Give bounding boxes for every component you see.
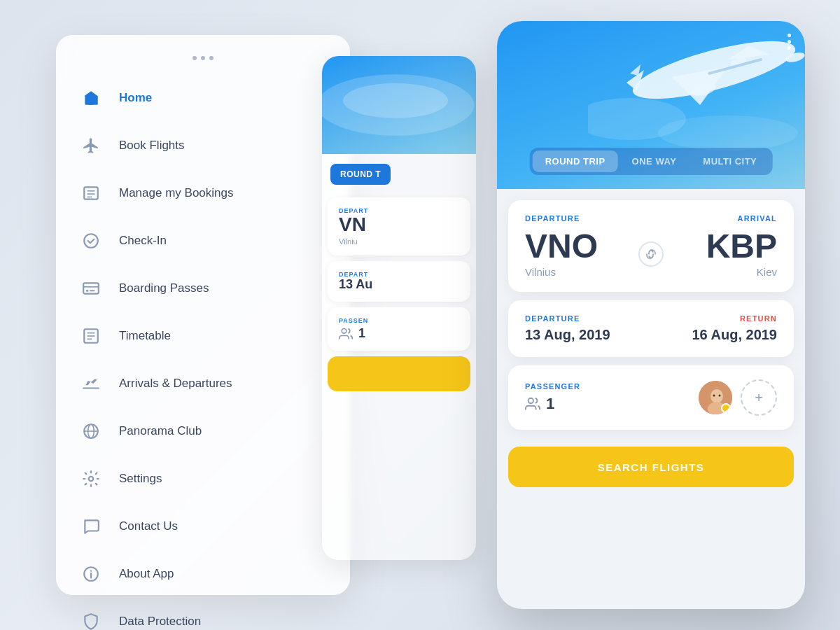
dot-2 [201,56,205,60]
swap-airports-button[interactable] [638,241,664,267]
sidebar-item-home[interactable]: Home [56,74,350,122]
svg-point-6 [86,290,88,292]
departure-city: Vilnius [525,266,638,278]
sidebar-item-label: About App [119,567,174,581]
passenger-label: PASSENGER [525,382,580,391]
sidebar-item-about-app[interactable]: About App [56,550,350,598]
tab-one-way[interactable]: ONE WAY [620,150,690,172]
avatar [697,379,734,416]
passengers-icon [525,396,540,412]
sidebar-item-manage-bookings[interactable]: Manage my Bookings [56,169,350,217]
home-icon [77,84,105,112]
dot-1 [192,56,197,60]
sidebar-item-timetable[interactable]: Timetable [56,312,350,360]
date-card: DEPARTURE 13 Aug, 2019 RETURN 16 Aug, 20… [508,300,794,357]
mid-tab-bar: ROUND T [322,154,476,192]
mid-search-button[interactable] [328,356,470,391]
ticket-icon [77,274,105,302]
left-menu-panel: Home Book Flights Manage my Bookings Che… [56,35,350,595]
list-icon [77,179,105,207]
trip-type-tabs: ROUND TRIP ONE WAY MULTI CITY [530,148,773,175]
tab-round-trip[interactable]: ROUND TRIP [533,150,618,172]
globe-icon [77,417,105,445]
passenger-card: PASSENGER 1 [508,365,794,430]
timetable-icon [77,322,105,350]
info-icon [77,560,105,588]
sidebar-item-label: Data Protection [119,615,201,629]
add-icon: + [755,390,763,406]
svg-point-18 [90,570,92,572]
sidebar-item-label: Check-In [119,234,167,248]
departure-date-label: DEPARTURE [525,314,610,323]
arrivals-icon [77,370,105,398]
sidebar-item-panorama-club[interactable]: Panorama Club [56,407,350,455]
mid-date-card: DEPART 13 Au [328,261,470,302]
svg-point-37 [713,395,715,397]
sidebar-item-label: Arrivals & Departures [119,377,232,391]
mid-passenger-card: PASSEN 1 [328,307,470,351]
sidebar-item-settings[interactable]: Settings [56,455,350,503]
sidebar-item-label: Contact Us [119,519,178,533]
passenger-count: 1 [525,395,580,413]
arrival-section: KBP Kiev [664,230,777,278]
dots-indicator [56,56,350,60]
svg-rect-7 [90,290,95,291]
sidebar-item-data-protection[interactable]: Data Protection [56,598,350,630]
sidebar-item-label: Boarding Passes [119,281,209,295]
arrival-city: Kiev [664,266,777,278]
plane-illustration [588,21,805,161]
dot [788,40,791,43]
tab-multi-city[interactable]: MULTI CITY [690,150,769,172]
mid-panel: ROUND T DEPART VN Vilniu DEPART 13 Au PA… [322,56,476,560]
mid-date-value: 13 Au [339,278,459,292]
more-options-button[interactable] [788,34,791,50]
departure-section: VNO Vilnius [525,230,638,278]
arrival-label: ARRIVAL [738,214,777,223]
search-flights-button[interactable]: SEARCH FLIGHTS [508,447,794,487]
svg-point-20 [343,83,448,118]
sidebar-item-label: Settings [119,472,162,486]
svg-point-23 [658,115,798,150]
sidebar-item-label: Panorama Club [119,424,202,438]
departure-date-value: 13 Aug, 2019 [525,327,610,343]
mid-passenger-label: PASSEN [339,317,459,324]
flight-route-card: DEPARTURE ARRIVAL VNO Vilnius KBP Kiev [508,200,794,292]
return-date-section: RETURN 16 Aug, 2019 [692,314,777,343]
shield-icon [77,608,105,630]
dot-3 [209,56,214,60]
gear-icon [77,465,105,493]
sidebar-item-boarding-passes[interactable]: Boarding Passes [56,265,350,312]
check-circle-icon [77,227,105,255]
flight-route: VNO Vilnius KBP Kiev [525,230,777,278]
sidebar-item-arrivals-departures[interactable]: Arrivals & Departures [56,360,350,407]
date-row: DEPARTURE 13 Aug, 2019 RETURN 16 Aug, 20… [525,314,777,343]
mid-active-tab[interactable]: ROUND T [330,164,391,185]
svg-point-33 [528,398,533,403]
sidebar-item-label: Book Flights [119,139,185,153]
passenger-info: PASSENGER 1 [525,382,580,413]
svg-point-4 [84,234,98,248]
add-passenger-button[interactable]: + [741,379,777,416]
right-app-panel: ROUND TRIP ONE WAY MULTI CITY DEPARTURE … [497,21,805,609]
sidebar-item-check-in[interactable]: Check-In [56,217,350,265]
arrival-code: KBP [664,230,777,263]
passenger-avatars: + [697,379,777,416]
sidebar-item-book-flights[interactable]: Book Flights [56,122,350,169]
mid-departure-code: VN [339,214,459,236]
mid-departure-card: DEPART VN Vilniu [328,197,470,255]
departure-label: DEPARTURE [525,214,580,223]
departure-code: VNO [525,230,638,263]
svg-point-21 [342,328,346,333]
departure-date-section: DEPARTURE 13 Aug, 2019 [525,314,610,343]
plane-icon [77,132,105,160]
passenger-count-number: 1 [546,395,554,413]
sidebar-item-label: Home [119,91,152,105]
app-header: ROUND TRIP ONE WAY MULTI CITY [497,21,805,189]
return-date-label: RETURN [692,314,777,323]
svg-point-15 [89,477,94,482]
app-content: DEPARTURE ARRIVAL VNO Vilnius KBP Kiev [497,189,805,441]
dot [788,46,791,50]
mid-header [322,56,476,154]
sidebar-item-contact-us[interactable]: Contact Us [56,503,350,550]
mid-passenger-count: 1 [358,327,365,341]
